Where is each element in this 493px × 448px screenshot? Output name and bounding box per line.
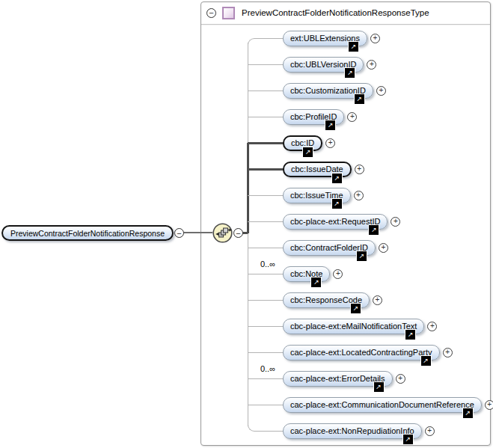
root-collapse-toggle[interactable]: − xyxy=(174,228,184,238)
root-connector-line xyxy=(182,232,212,233)
connector-branch xyxy=(248,378,283,379)
type-collapse-toggle[interactable]: − xyxy=(206,8,216,18)
element-row: cbc:ContractFolderID ↗ + xyxy=(283,240,388,256)
link-arrow-icon[interactable]: ↗ xyxy=(350,303,361,314)
expand-icon[interactable]: + xyxy=(391,217,400,227)
element-box[interactable]: cac-place-ext:ErrorDetails ↗ xyxy=(283,371,393,387)
link-arrow-icon[interactable]: ↗ xyxy=(331,173,343,184)
trunk-corner-top xyxy=(248,38,257,48)
element-label: cac-place-ext:ErrorDetails xyxy=(290,374,385,383)
element-row: cbc:CustomizationID ↗ + xyxy=(283,83,386,99)
element-box[interactable]: cbc:ContractFolderID ↗ xyxy=(283,240,376,256)
expand-icon[interactable]: + xyxy=(333,269,343,279)
connector-branch xyxy=(248,300,283,301)
element-row: cbc:ResponseCode ↗ + xyxy=(283,292,382,308)
expand-icon[interactable]: + xyxy=(396,374,405,384)
expand-icon[interactable]: + xyxy=(379,243,388,253)
root-element-label: PreviewContractFolderNotificationRespons… xyxy=(10,229,165,238)
element-row: cbc:IssueTime ↗ + xyxy=(283,188,364,203)
connector-branch xyxy=(256,431,283,432)
expand-icon[interactable]: + xyxy=(354,191,364,200)
link-arrow-icon[interactable]: ↗ xyxy=(373,381,385,393)
element-row: cbc:ID ↗ + xyxy=(283,135,335,151)
element-box[interactable]: cbc:ResponseCode ↗ xyxy=(283,292,370,308)
connector-branch xyxy=(248,221,283,222)
link-arrow-icon[interactable]: ↗ xyxy=(302,147,313,158)
element-row: 0..∞ cac-place-ext:ErrorDetails ↗ + xyxy=(283,371,405,387)
element-row: cac-place-ext:CommunicationDocumentRefer… xyxy=(283,397,493,413)
element-label: cac-place-ext:LocatedContractingParty xyxy=(290,348,432,357)
xsd-diagram: − PreviewContractFolderNotificationRespo… xyxy=(0,0,493,448)
sequence-compositor-icon[interactable] xyxy=(212,223,233,243)
trunk-line-required xyxy=(247,143,249,233)
expand-icon[interactable]: + xyxy=(367,60,376,70)
link-arrow-icon[interactable]: ↗ xyxy=(405,329,416,340)
expand-icon[interactable]: + xyxy=(443,348,453,358)
link-arrow-icon[interactable]: ↗ xyxy=(348,41,359,52)
root-element-box[interactable]: PreviewContractFolderNotificationRespons… xyxy=(1,225,174,241)
element-label: cac-place-ext:NonRepudiationInfo xyxy=(290,426,414,435)
expand-icon[interactable]: + xyxy=(373,295,382,305)
collapse-glyph: − xyxy=(209,9,213,16)
collapse-glyph: − xyxy=(177,230,181,237)
element-row: 0..∞ cbc:Note ↗ + xyxy=(283,266,343,282)
element-row: ext:UBLExtensions ↗ + xyxy=(283,31,380,46)
element-box[interactable]: cbc:CustomizationID ↗ xyxy=(283,83,373,99)
expand-icon[interactable]: + xyxy=(376,86,386,96)
connector-branch xyxy=(248,195,283,196)
expand-icon[interactable]: + xyxy=(485,400,493,410)
expand-icon[interactable]: + xyxy=(355,165,364,174)
link-arrow-icon[interactable]: ↗ xyxy=(462,408,474,419)
cardinality-label: 0..∞ xyxy=(260,260,275,269)
link-arrow-icon[interactable]: ↗ xyxy=(325,120,336,131)
element-row: cbc-place-ext:RequestID ↗ + xyxy=(283,214,400,230)
collapse-glyph: − xyxy=(236,230,240,237)
link-arrow-icon[interactable]: ↗ xyxy=(344,67,355,79)
element-box[interactable]: cac-place-ext:CommunicationDocumentRefer… xyxy=(283,397,482,413)
connector-branch xyxy=(248,326,283,327)
element-label: cbc-place-ext:RequestID xyxy=(290,217,380,226)
connector-branch xyxy=(248,352,283,353)
connector-branch xyxy=(248,142,283,144)
element-box[interactable]: cbc:IssueDate ↗ xyxy=(283,162,352,177)
link-arrow-icon[interactable]: ↗ xyxy=(331,198,343,209)
element-box[interactable]: cbc:Note ↗ xyxy=(283,266,330,282)
element-row: cbc-place-ext:eMailNotificationText ↗ + xyxy=(283,319,437,334)
element-box[interactable]: cbc:UBLVersionID ↗ xyxy=(283,57,364,73)
link-arrow-icon[interactable]: ↗ xyxy=(402,434,414,445)
link-arrow-icon[interactable]: ↗ xyxy=(356,251,367,262)
connector-layer xyxy=(0,0,493,448)
element-box[interactable]: cac-place-ext:NonRepudiationInfo ↗ xyxy=(283,423,422,439)
element-row: cbc:UBLVersionID ↗ + xyxy=(283,57,376,73)
element-box[interactable]: cac-place-ext:LocatedContractingParty ↗ xyxy=(283,345,440,360)
link-arrow-icon[interactable]: ↗ xyxy=(354,93,365,105)
connector-branch xyxy=(248,405,283,405)
element-box[interactable]: ext:UBLExtensions ↗ xyxy=(283,31,367,46)
connector-branch xyxy=(248,90,283,91)
connector-branch xyxy=(248,117,283,117)
expand-icon[interactable]: + xyxy=(325,138,335,148)
connector-branch xyxy=(256,38,283,39)
element-row: cac-place-ext:LocatedContractingParty ↗ … xyxy=(283,345,453,360)
connector-branch xyxy=(248,274,283,274)
expand-icon[interactable]: + xyxy=(370,34,380,43)
element-row: cbc:ProfileID ↗ + xyxy=(283,109,357,125)
expand-icon[interactable]: + xyxy=(425,426,435,436)
trunk-line xyxy=(248,43,248,426)
element-label: cac-place-ext:CommunicationDocumentRefer… xyxy=(290,400,474,409)
element-box[interactable]: cbc:ID ↗ xyxy=(283,135,322,151)
element-box[interactable]: cbc-place-ext:eMailNotificationText ↗ xyxy=(283,319,424,334)
element-row: cac-place-ext:NonRepudiationInfo ↗ + xyxy=(283,423,435,439)
connector-branch xyxy=(248,64,283,65)
link-arrow-icon[interactable]: ↗ xyxy=(310,277,322,288)
element-box[interactable]: cbc:IssueTime ↗ xyxy=(283,188,351,203)
link-arrow-icon[interactable]: ↗ xyxy=(368,224,379,236)
cardinality-label: 0..∞ xyxy=(260,364,275,373)
element-label: cbc-place-ext:eMailNotificationText xyxy=(290,322,417,331)
link-arrow-icon[interactable]: ↗ xyxy=(420,355,432,366)
element-box[interactable]: cbc-place-ext:RequestID ↗ xyxy=(283,214,388,230)
element-box[interactable]: cbc:ProfileID ↗ xyxy=(283,109,344,125)
expand-icon[interactable]: + xyxy=(427,322,437,331)
compositor-collapse-toggle[interactable]: − xyxy=(233,228,243,238)
expand-icon[interactable]: + xyxy=(347,112,357,122)
